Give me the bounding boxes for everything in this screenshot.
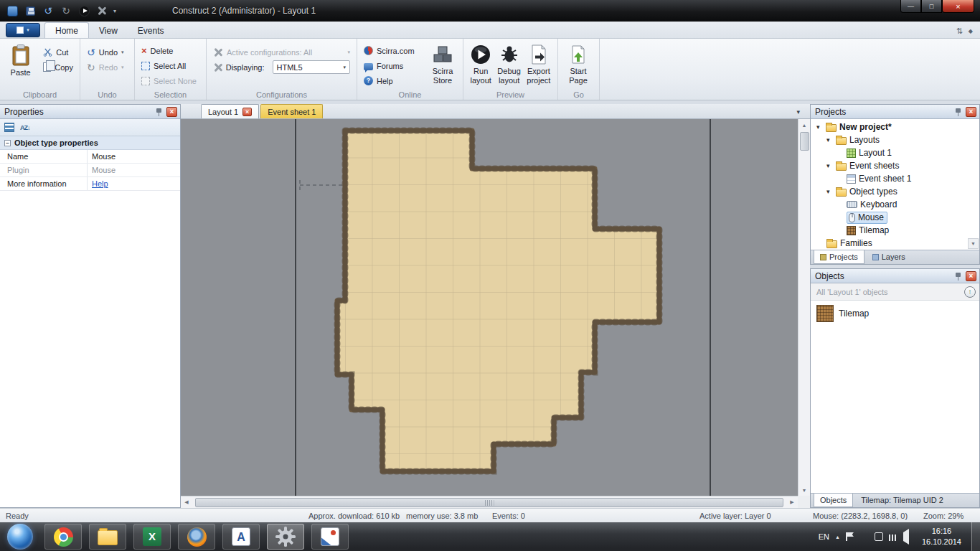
properties-section-header[interactable]: − Object type properties (0, 136, 180, 150)
pin-icon[interactable] (954, 272, 962, 281)
help-button[interactable]: ? Help (361, 73, 426, 88)
start-button[interactable] (7, 524, 33, 550)
taskbar-construct2-button[interactable] (267, 524, 304, 550)
select-all-button[interactable]: Select All (138, 58, 202, 73)
scroll-down-icon[interactable]: ▼ (798, 484, 810, 496)
taskbar-image-app-button[interactable] (311, 524, 349, 550)
redo-button[interactable]: ↻ (60, 4, 72, 17)
help-link[interactable]: Help (88, 177, 180, 190)
tree-item-keyboard[interactable]: Keyboard (811, 198, 979, 211)
volume-icon[interactable] (903, 529, 909, 545)
show-desktop-button[interactable] (971, 522, 980, 551)
tab-list-dropdown-icon[interactable]: ▾ (796, 108, 800, 116)
layout-canvas[interactable] (181, 119, 798, 496)
property-value-name[interactable]: Mouse (88, 150, 180, 163)
displaying-select[interactable]: HTML5 ▾ (273, 60, 350, 74)
filter-up-button[interactable]: ↑ (964, 286, 976, 298)
tree-item-object-types[interactable]: ▾ Object types (811, 185, 979, 198)
restore-button[interactable]: □ (921, 0, 942, 13)
categorized-view-icon[interactable] (4, 123, 14, 132)
scirra-store-button[interactable]: Scirra Store (426, 42, 459, 89)
tree-item-layout-1[interactable]: Layout 1 (811, 146, 979, 159)
close-tab-icon[interactable]: × (242, 108, 252, 116)
horizontal-scroll-thumb[interactable] (195, 498, 783, 507)
tree-item-layouts[interactable]: ▾ Layouts (811, 133, 979, 146)
tree-item-mouse[interactable]: Mouse (811, 211, 979, 224)
scroll-left-icon[interactable]: ◀ (181, 496, 192, 508)
scroll-up-icon[interactable]: ▲ (798, 119, 810, 131)
taskbar-explorer-button[interactable] (89, 524, 126, 550)
paste-button[interactable]: Paste (4, 42, 37, 89)
taskbar-excel-button[interactable] (133, 524, 171, 550)
expander-icon[interactable]: ▾ (826, 162, 833, 169)
horizontal-scrollbar[interactable]: ◀ ▶ (181, 496, 798, 508)
collapse-section-icon[interactable]: − (4, 140, 11, 146)
copy-button[interactable]: Copy (40, 60, 76, 75)
property-row-plugin[interactable]: Plugin Mouse (0, 164, 180, 177)
tab-home[interactable]: Home (44, 22, 89, 38)
qat-dropdown-icon[interactable]: ▾ (113, 8, 116, 14)
close-projects-icon[interactable]: × (966, 107, 976, 117)
object-item-tilemap[interactable]: Tilemap (816, 305, 979, 322)
language-indicator[interactable]: EN (819, 532, 829, 541)
redo-ribbon-button[interactable]: ↻ Redo▾ (84, 60, 131, 75)
delete-button[interactable]: × Delete (138, 43, 202, 58)
cut-icon (43, 47, 52, 57)
run-layout-button[interactable]: Run layout (467, 42, 494, 89)
save-button[interactable] (24, 4, 37, 17)
tab-view[interactable]: View (89, 23, 128, 38)
taskbar-chrome-button[interactable] (44, 524, 82, 550)
network-icon[interactable] (889, 534, 897, 541)
scirra-com-button[interactable]: Scirra.com (361, 43, 426, 58)
tab-projects[interactable]: Projects (814, 250, 864, 264)
vertical-scrollbar[interactable]: ▲ ▼ (798, 119, 810, 496)
scroll-right-icon[interactable]: ▶ (786, 496, 798, 508)
tab-layers[interactable]: Layers (866, 250, 912, 264)
tab-tilemap-uid-2[interactable]: Tilemap: Tilemap UID 2 (854, 494, 950, 507)
taskbar-clock[interactable]: 16:16 16.10.2014 (922, 526, 961, 547)
tree-item-event-sheets[interactable]: ▾ Event sheets (811, 159, 979, 172)
debug-layout-button[interactable]: Debug layout (494, 42, 523, 89)
file-menu-button[interactable]: ▾ (6, 23, 40, 37)
close-objects-icon[interactable]: × (966, 271, 976, 281)
configurations-button[interactable] (95, 4, 108, 17)
cut-button[interactable]: Cut (40, 44, 76, 60)
minimize-button[interactable]: — (900, 0, 921, 13)
preview-button[interactable] (77, 4, 90, 17)
undo-ribbon-button[interactable]: ↺ Undo▾ (84, 44, 131, 60)
ribbon-collapse-button[interactable]: ⇅ (956, 27, 963, 36)
tab-layout-1[interactable]: Layout 1 × (201, 104, 259, 118)
tab-objects[interactable]: Objects (814, 494, 853, 507)
tree-item-new-project[interactable]: ▾ New project* (811, 121, 979, 133)
start-page-button[interactable]: Start Page (562, 42, 595, 85)
close-button[interactable]: × (942, 0, 974, 13)
tab-event-sheet-1[interactable]: Event sheet 1 (260, 104, 323, 118)
app-icon[interactable] (6, 4, 19, 17)
close-properties-icon[interactable]: × (166, 107, 177, 117)
expander-icon[interactable]: ▾ (826, 188, 833, 195)
taskbar-firefox-button[interactable] (178, 524, 215, 550)
tilemap-shape[interactable] (331, 125, 669, 480)
sort-az-icon[interactable]: AZ↓ (20, 124, 30, 131)
ribbon-options-icon[interactable]: ◆ (969, 28, 973, 34)
action-center-icon[interactable] (846, 532, 854, 541)
expander-icon[interactable]: ▾ (826, 136, 833, 143)
tree-scroll-down-icon[interactable]: ▼ (968, 238, 979, 249)
export-project-button[interactable]: Export project (524, 42, 554, 89)
vertical-scroll-thumb[interactable] (800, 132, 809, 151)
tree-item-event-sheet-1[interactable]: Event sheet 1 (811, 172, 979, 185)
tab-events[interactable]: Events (128, 23, 174, 38)
taskbar-word-button[interactable] (222, 524, 260, 550)
undo-button[interactable]: ↺ (42, 4, 55, 17)
property-row-name[interactable]: Name Mouse (0, 150, 180, 164)
tree-item-tilemap[interactable]: Tilemap (811, 224, 979, 237)
tree-item-families[interactable]: Families (811, 237, 979, 250)
pin-icon[interactable] (954, 108, 962, 116)
pin-icon[interactable] (155, 108, 163, 116)
expander-icon[interactable]: ▾ (816, 123, 823, 131)
active-configurations-button[interactable]: Active configurations: All ▾ (210, 44, 353, 60)
hidden-icons-arrow[interactable]: ▲ (835, 534, 840, 540)
select-none-button[interactable]: Select None (138, 73, 202, 88)
forums-button[interactable]: Forums (361, 58, 426, 73)
tray-app-icon[interactable] (875, 532, 883, 541)
